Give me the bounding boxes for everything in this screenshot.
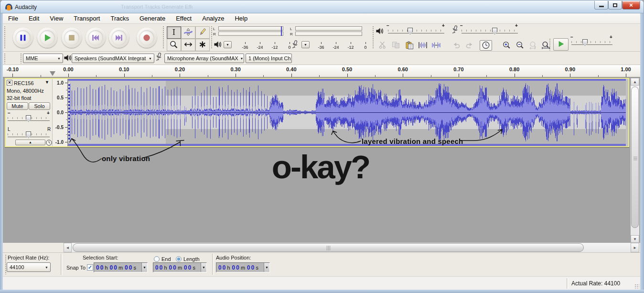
selection-tool-button[interactable]: I bbox=[167, 26, 181, 39]
waveform-display[interactable] bbox=[68, 79, 626, 146]
zoom-tool-button[interactable] bbox=[167, 39, 181, 51]
chevron-down-icon[interactable]: ▼ bbox=[141, 263, 147, 272]
input-channels-combo[interactable]: 1 (Mono) Input Ch▼ bbox=[246, 54, 292, 63]
menu-transport[interactable]: Transport bbox=[68, 13, 105, 23]
multi-tool-button[interactable]: ∗ bbox=[195, 39, 210, 51]
vertical-ruler-label: -0.5 bbox=[49, 125, 64, 130]
recording-meter-dropdown[interactable]: ▼ bbox=[301, 41, 310, 48]
zoom-out-button[interactable] bbox=[514, 40, 526, 51]
menu-analyze[interactable]: Analyze bbox=[197, 13, 229, 23]
toolbar-grip[interactable] bbox=[5, 254, 7, 274]
menu-effect[interactable]: Effect bbox=[171, 13, 197, 23]
input-volume-slider[interactable] bbox=[462, 30, 518, 33]
horizontal-scroll-thumb[interactable] bbox=[73, 243, 584, 252]
playback-meter-dropdown[interactable]: ▼ bbox=[224, 41, 232, 48]
track-collapse-button[interactable]: ▲ bbox=[15, 140, 45, 145]
vertical-scroll-thumb[interactable] bbox=[631, 87, 639, 228]
timeline-tick bbox=[347, 74, 348, 77]
trim-button[interactable] bbox=[417, 40, 429, 51]
play-button[interactable] bbox=[37, 28, 57, 48]
timeline-minor-tick bbox=[598, 75, 599, 77]
envelope-tool-button[interactable] bbox=[181, 26, 195, 39]
minimize-button[interactable] bbox=[594, 1, 608, 10]
title-bar[interactable]: Audacity Transport Tracks Generate Effec… bbox=[0, 0, 644, 13]
timeshift-tool-button[interactable] bbox=[181, 39, 195, 51]
scroll-left-arrow[interactable]: ◄ bbox=[64, 243, 72, 252]
close-button[interactable]: × bbox=[622, 1, 640, 10]
mute-button[interactable]: Mute bbox=[7, 102, 28, 110]
scroll-down-arrow[interactable]: ▼ bbox=[631, 235, 639, 243]
output-volume-slider[interactable] bbox=[388, 30, 444, 33]
timeline-label: 0.20 bbox=[175, 66, 185, 72]
track-menu-dropdown[interactable]: ▼ bbox=[45, 80, 49, 85]
pause-button[interactable] bbox=[13, 28, 33, 48]
menu-tracks[interactable]: Tracks bbox=[105, 13, 134, 23]
resize-grip[interactable] bbox=[634, 284, 639, 289]
skip-start-button[interactable] bbox=[86, 28, 106, 48]
toolbar-grip[interactable] bbox=[4, 26, 6, 49]
toolbar-grip[interactable] bbox=[4, 53, 6, 64]
playback-meter-bar[interactable] bbox=[218, 26, 283, 31]
play-at-speed-button[interactable] bbox=[553, 38, 569, 51]
silence-button[interactable] bbox=[430, 40, 442, 51]
scroll-right-arrow[interactable]: ► bbox=[631, 243, 639, 252]
end-radio[interactable] bbox=[154, 256, 160, 262]
recording-device-combo[interactable]: Microphone Array (SoundMAX▼ bbox=[164, 54, 244, 63]
toolbar-grip[interactable] bbox=[20, 53, 22, 64]
stop-button[interactable] bbox=[62, 28, 82, 48]
sync-lock-icon bbox=[481, 41, 491, 50]
draw-tool-button[interactable] bbox=[195, 26, 210, 39]
sync-lock-button[interactable] bbox=[480, 40, 492, 51]
track-shadow-line bbox=[5, 147, 629, 148]
microphone-icon bbox=[291, 40, 299, 50]
selection-tool-icon: I bbox=[169, 28, 179, 37]
maximize-button[interactable] bbox=[608, 1, 622, 10]
microphone-icon bbox=[155, 52, 162, 63]
playback-meter-bar[interactable] bbox=[218, 32, 283, 36]
chevron-down-icon: ▼ bbox=[55, 57, 63, 60]
record-button[interactable] bbox=[137, 28, 157, 48]
chevron-down-icon[interactable]: ▼ bbox=[264, 263, 269, 272]
menu-edit[interactable]: Edit bbox=[23, 13, 44, 23]
toolbar-grip[interactable] bbox=[162, 26, 164, 49]
snap-to-checkbox[interactable]: ✓ bbox=[87, 264, 93, 271]
project-rate-combo[interactable]: 44100▼ bbox=[7, 262, 51, 272]
recording-meter-bar[interactable] bbox=[295, 26, 362, 31]
timeline-tick bbox=[124, 74, 125, 77]
timeline-ruler[interactable]: -0.100.000.100.200.300.400.500.600.700.8… bbox=[3, 65, 640, 77]
track-close-button[interactable]: × bbox=[7, 80, 12, 86]
menu-generate[interactable]: Generate bbox=[134, 13, 171, 23]
menu-file[interactable]: File bbox=[3, 13, 23, 23]
playback-device-combo[interactable]: Speakers (SoundMAX Integrat▼ bbox=[72, 54, 154, 63]
time-unit: s bbox=[256, 265, 258, 271]
zoom-in-button[interactable] bbox=[501, 40, 513, 51]
host-combo[interactable]: MME▼ bbox=[23, 54, 63, 63]
paste-button[interactable] bbox=[403, 40, 416, 51]
timeline-minor-tick bbox=[319, 75, 320, 77]
scroll-up-arrow[interactable]: ▲ bbox=[631, 78, 639, 86]
undo-button bbox=[450, 40, 462, 51]
menu-view[interactable]: View bbox=[44, 13, 68, 23]
fit-project-button[interactable] bbox=[540, 40, 552, 51]
menu-help[interactable]: Help bbox=[229, 13, 253, 23]
skip-end-button[interactable] bbox=[109, 28, 129, 48]
length-radio[interactable] bbox=[176, 256, 182, 262]
zoom-out-icon bbox=[515, 41, 525, 50]
toolbar-grip[interactable] bbox=[372, 26, 374, 49]
annotation-only-vibration: only vibration bbox=[102, 154, 150, 163]
svg-text:∗: ∗ bbox=[199, 40, 206, 49]
vertical-ruler-label: 1.0 bbox=[49, 80, 64, 86]
toolbar-grip[interactable] bbox=[211, 26, 213, 49]
solo-button[interactable]: Solo bbox=[29, 102, 50, 110]
draw-tool-icon bbox=[198, 28, 207, 37]
vertical-ruler-tick bbox=[65, 112, 67, 113]
selection-length-time-field[interactable]: 00h00m00s▼ bbox=[153, 262, 207, 272]
playback-speed-slider[interactable] bbox=[571, 41, 612, 45]
selection-start-time-field[interactable]: 00h00m00s▼ bbox=[94, 262, 148, 272]
meter-peak-indicator bbox=[281, 26, 282, 36]
audio-position-time-field[interactable]: 00h00m00s▼ bbox=[216, 262, 270, 272]
actual-rate-status: Actual Rate: 44100 bbox=[571, 280, 620, 287]
length-radio-label: Length bbox=[183, 256, 200, 262]
chevron-down-icon[interactable]: ▼ bbox=[201, 263, 206, 272]
recording-meter-bar[interactable] bbox=[295, 32, 362, 36]
